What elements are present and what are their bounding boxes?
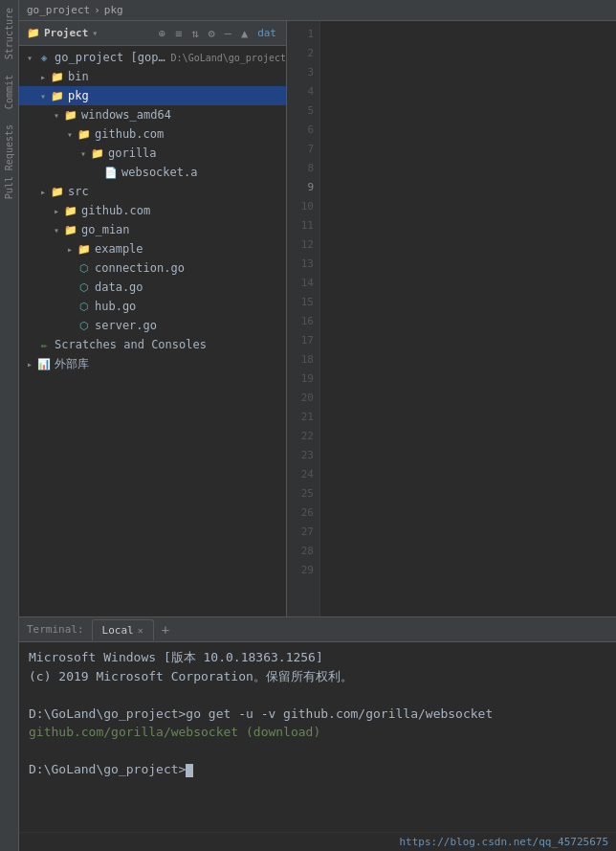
folder-icon-github-1: 📁 xyxy=(77,128,92,141)
line-14: 14 xyxy=(301,274,314,293)
pull-requests-tab[interactable]: Pull Requests xyxy=(2,117,16,207)
project-panel: 📁 Project ▾ ⊕ ≡ ⇅ ⚙ — ▲ dat ▾ xyxy=(19,21,287,616)
tree-item-go-mian[interactable]: ▾ 📁 go_mian xyxy=(19,220,286,239)
line-29: 29 xyxy=(301,561,314,580)
tree-label-windows: windows_amd64 xyxy=(81,108,171,122)
tree-label-data: data.go xyxy=(95,280,143,294)
left-sidebar: Structure Commit Pull Requests xyxy=(0,0,19,851)
line-10: 10 xyxy=(301,197,314,216)
tree-label-go-mian: go_mian xyxy=(81,223,130,236)
line-22: 22 xyxy=(301,427,314,446)
minimize-icon[interactable]: — xyxy=(223,26,233,41)
terminal-tab-local[interactable]: Local ✕ xyxy=(92,619,154,640)
folder-icon-src: 📁 xyxy=(50,186,65,198)
terminal-line-3 xyxy=(29,685,606,705)
tree-item-windows-amd64[interactable]: ▾ 📁 windows_amd64 xyxy=(19,105,286,124)
tree-item-pkg[interactable]: ▾ 📁 pkg xyxy=(19,86,286,105)
terminal-section: Terminal: Local ✕ + Microsoft Windows [版… xyxy=(19,616,616,851)
line-21: 21 xyxy=(301,408,314,427)
tree-item-websocket-a[interactable]: 📄 websocket.a xyxy=(19,163,286,182)
terminal-cursor xyxy=(186,764,193,777)
terminal-add-button[interactable]: + xyxy=(158,622,173,638)
hide-icon[interactable]: ▲ xyxy=(239,26,250,41)
tree-item-external-lib[interactable]: ▸ 📊 外部库 xyxy=(19,354,286,373)
line-28: 28 xyxy=(301,542,314,561)
folder-icon-example: 📁 xyxy=(77,243,92,256)
terminal-line-6 xyxy=(29,742,606,761)
terminal-footer: https://blog.csdn.net/qq_45725675 xyxy=(19,832,616,851)
project-panel-toolbar: ⊕ ≡ ⇅ ⚙ — ▲ dat xyxy=(157,26,278,41)
line-20: 20 xyxy=(301,389,314,408)
line-25: 25 xyxy=(301,484,314,504)
line-1: 1 xyxy=(307,25,314,44)
folder-icon-pkg: 📁 xyxy=(50,90,65,102)
tree-item-server-go[interactable]: ⬡ server.go xyxy=(19,316,286,335)
tree-item-scratches[interactable]: ✏ Scratches and Consoles xyxy=(19,335,286,354)
tree-label-example: example xyxy=(95,242,143,256)
tree-item-example[interactable]: ▸ 📁 example xyxy=(19,239,286,258)
line-11: 11 xyxy=(301,216,314,235)
tree-item-data-go[interactable]: ⬡ data.go xyxy=(19,278,286,297)
tree-label-github-1: github.com xyxy=(95,127,164,141)
arrow-bin: ▸ xyxy=(36,72,50,82)
tree-item-go-project[interactable]: ▾ ◈ go_project [goproject] D:\GoLand\go_… xyxy=(19,48,286,67)
locate-icon[interactable]: ⊕ xyxy=(157,26,167,41)
terminal-tab-local-label: Local xyxy=(102,624,134,637)
arrow-github-1: ▾ xyxy=(63,129,77,140)
terminal-line-2: (c) 2019 Microsoft Corporation。保留所有权利。 xyxy=(29,667,606,686)
tree-item-src[interactable]: ▸ 📁 src xyxy=(19,182,286,201)
tree-item-github-1[interactable]: ▾ 📁 github.com xyxy=(19,124,286,144)
arrow-go-project: ▾ xyxy=(23,53,36,63)
editor-content[interactable] xyxy=(320,21,616,616)
sort-icon[interactable]: ⇅ xyxy=(189,26,200,41)
project-tree: ▾ ◈ go_project [goproject] D:\GoLand\go_… xyxy=(19,46,286,616)
terminal-tabs: Terminal: Local ✕ + xyxy=(19,617,616,642)
file-icon-server: ⬡ xyxy=(77,320,92,332)
list-icon[interactable]: ≡ xyxy=(173,26,184,41)
panel-editor-container: 📁 Project ▾ ⊕ ≡ ⇅ ⚙ — ▲ dat ▾ xyxy=(19,21,616,616)
line-17: 17 xyxy=(301,331,314,350)
terminal-line-1: Microsoft Windows [版本 10.0.18363.1256] xyxy=(29,648,606,667)
line-6: 6 xyxy=(307,121,314,140)
tree-label-bin: bin xyxy=(68,70,89,83)
line-12: 12 xyxy=(301,235,314,255)
arrow-go-mian: ▾ xyxy=(50,225,63,235)
tree-item-connection-go[interactable]: ⬡ connection.go xyxy=(19,258,286,278)
arrow-example: ▸ xyxy=(63,244,77,255)
folder-icon-github-2: 📁 xyxy=(63,205,78,217)
settings-icon[interactable]: ⚙ xyxy=(206,26,216,41)
arrow-windows: ▾ xyxy=(50,110,63,121)
structure-tab[interactable]: Structure xyxy=(2,0,16,67)
terminal-tab-close[interactable]: ✕ xyxy=(138,625,143,636)
breadcrumb-current[interactable]: pkg xyxy=(104,4,123,16)
line-27: 27 xyxy=(301,523,314,542)
tree-item-github-2[interactable]: ▸ 📁 github.com xyxy=(19,201,286,220)
file-icon-hub: ⬡ xyxy=(77,301,92,313)
arrow-gorilla: ▾ xyxy=(77,148,90,159)
arrow-external-lib: ▸ xyxy=(23,359,36,370)
tree-item-bin[interactable]: ▸ 📁 bin xyxy=(19,67,286,86)
footer-link[interactable]: https://blog.csdn.net/qq_45725675 xyxy=(399,836,608,848)
line-23: 23 xyxy=(301,446,314,465)
main-content: go_project › pkg 📁 Project ▾ ⊕ ≡ ⇅ ⚙ — ▲ xyxy=(19,0,616,851)
arrow-src: ▸ xyxy=(36,187,50,197)
data-label: dat xyxy=(255,26,278,40)
tree-label-hub: hub.go xyxy=(95,300,136,313)
line-13: 13 xyxy=(301,255,314,274)
breadcrumb-project[interactable]: go_project xyxy=(27,4,90,16)
breadcrumb: go_project › pkg xyxy=(19,0,616,21)
commit-tab[interactable]: Commit xyxy=(2,67,16,117)
tree-label-gorilla: gorilla xyxy=(108,146,157,160)
line-numbers: 1 2 3 4 5 6 7 8 9 10 11 12 13 14 15 16 1… xyxy=(287,21,320,616)
terminal-label: Terminal: xyxy=(27,623,84,636)
tree-label-server: server.go xyxy=(95,319,157,332)
tree-label-github-2: github.com xyxy=(81,204,150,217)
tree-item-gorilla[interactable]: ▾ 📁 gorilla xyxy=(19,144,286,163)
tree-item-hub-go[interactable]: ⬡ hub.go xyxy=(19,297,286,316)
tree-label-connection: connection.go xyxy=(95,261,185,275)
line-5: 5 xyxy=(307,101,314,121)
terminal-content[interactable]: Microsoft Windows [版本 10.0.18363.1256] (… xyxy=(19,642,616,832)
chevron-icon[interactable]: ▾ xyxy=(92,28,98,38)
line-9: 9 xyxy=(307,178,314,197)
file-icon-websocket-a: 📄 xyxy=(103,167,119,179)
